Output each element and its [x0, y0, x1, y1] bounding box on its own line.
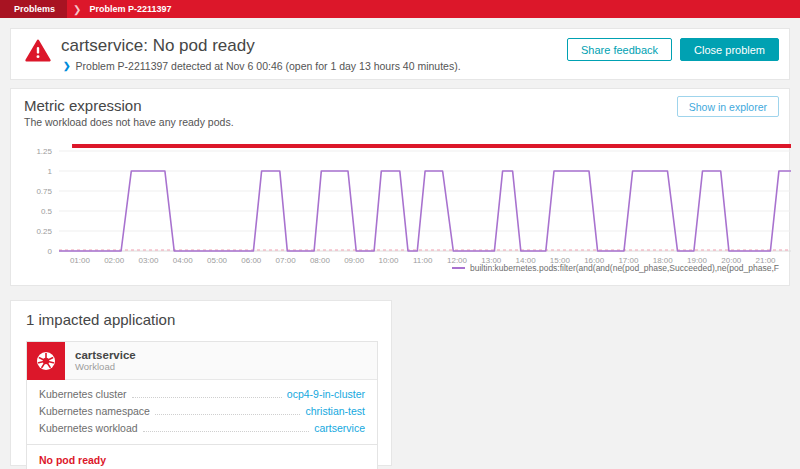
svg-text:11:00: 11:00: [413, 256, 433, 265]
evidence-section: No pod ready The workload does not have …: [27, 444, 377, 469]
chart-legend: builtin:kubernetes.pods:filter(and(and(n…: [452, 263, 779, 273]
problem-detail-text: Problem P-2211397 detected at Nov 6 00:4…: [76, 60, 461, 72]
entity-type-label: Workload: [75, 361, 136, 372]
warning-triangle-icon: [24, 38, 52, 64]
svg-text:02:00: 02:00: [104, 256, 125, 265]
svg-text:0.75: 0.75: [36, 187, 52, 196]
metric-chart-svg: 00.250.50.7511.2501:0002:0003:0004:0005:…: [11, 139, 791, 265]
svg-text:09:00: 09:00: [344, 256, 365, 265]
namespace-link[interactable]: christian-test: [305, 405, 365, 417]
svg-text:1.25: 1.25: [36, 147, 52, 156]
svg-text:04:00: 04:00: [173, 256, 194, 265]
workload-link[interactable]: cartservice: [314, 422, 365, 434]
legend-series-label: builtin:kubernetes.pods:filter(and(and(n…: [470, 263, 779, 273]
property-label: Kubernetes cluster: [39, 388, 127, 400]
dotted-leader: [155, 414, 301, 415]
property-label: Kubernetes namespace: [39, 405, 150, 417]
entity-card: cartservice Workload Kubernetes cluster …: [26, 341, 378, 469]
svg-text:01:00: 01:00: [70, 256, 91, 265]
metric-chart[interactable]: 00.250.50.7511.2501:0002:0003:0004:0005:…: [11, 139, 791, 265]
top-red-bar: Problems ❯ Problem P-2211397: [0, 0, 800, 18]
property-label: Kubernetes workload: [39, 422, 138, 434]
svg-text:06:00: 06:00: [241, 256, 262, 265]
cluster-link[interactable]: ocp4-9-in-cluster: [287, 388, 365, 400]
impacted-card-title: 1 impacted application: [26, 311, 175, 328]
problem-header-card: cartservice: No pod ready ❯ Problem P-22…: [10, 28, 790, 80]
problem-title: cartservice: No pod ready: [61, 36, 255, 56]
show-in-explorer-button[interactable]: Show in explorer: [677, 96, 779, 117]
share-feedback-button[interactable]: Share feedback: [567, 38, 672, 61]
metric-card-title: Metric expression: [24, 97, 142, 114]
property-row-namespace: Kubernetes namespace christian-test: [39, 403, 365, 420]
svg-text:03:00: 03:00: [138, 256, 159, 265]
metric-expression-card: Metric expression The workload does not …: [10, 88, 790, 286]
entity-properties: Kubernetes cluster ocp4-9-in-cluster Kub…: [27, 380, 377, 444]
breadcrumb-chevron-icon: ❯: [73, 4, 81, 15]
expand-chevron-icon[interactable]: ❯: [63, 61, 71, 71]
svg-text:0: 0: [48, 247, 53, 256]
dotted-leader: [143, 431, 310, 432]
close-problem-button[interactable]: Close problem: [680, 38, 779, 61]
entity-name-link[interactable]: cartservice: [75, 349, 136, 361]
entity-name-block: cartservice Workload: [65, 342, 146, 379]
impacted-application-card: 1 impacted application: [10, 300, 392, 466]
breadcrumb-current-problem: Problem P-2211397: [89, 4, 171, 14]
svg-text:0.5: 0.5: [41, 207, 53, 216]
entity-header[interactable]: cartservice Workload: [27, 342, 377, 380]
svg-text:05:00: 05:00: [207, 256, 228, 265]
svg-text:08:00: 08:00: [310, 256, 331, 265]
kubernetes-workload-icon: [27, 342, 65, 380]
dotted-leader: [132, 397, 282, 398]
header-buttons: Share feedback Close problem: [567, 38, 779, 61]
evidence-title: No pod ready: [39, 454, 365, 466]
svg-text:1: 1: [48, 167, 53, 176]
property-row-cluster: Kubernetes cluster ocp4-9-in-cluster: [39, 386, 365, 403]
property-row-workload: Kubernetes workload cartservice: [39, 420, 365, 437]
breadcrumb-problems[interactable]: Problems: [0, 0, 67, 18]
metric-card-subtitle: The workload does not have any ready pod…: [24, 116, 234, 128]
svg-text:10:00: 10:00: [378, 256, 399, 265]
legend-line-swatch: [452, 267, 465, 269]
problem-subtitle-row: ❯ Problem P-2211397 detected at Nov 6 00…: [63, 60, 461, 72]
svg-text:0.25: 0.25: [36, 227, 52, 236]
svg-text:07:00: 07:00: [276, 256, 297, 265]
